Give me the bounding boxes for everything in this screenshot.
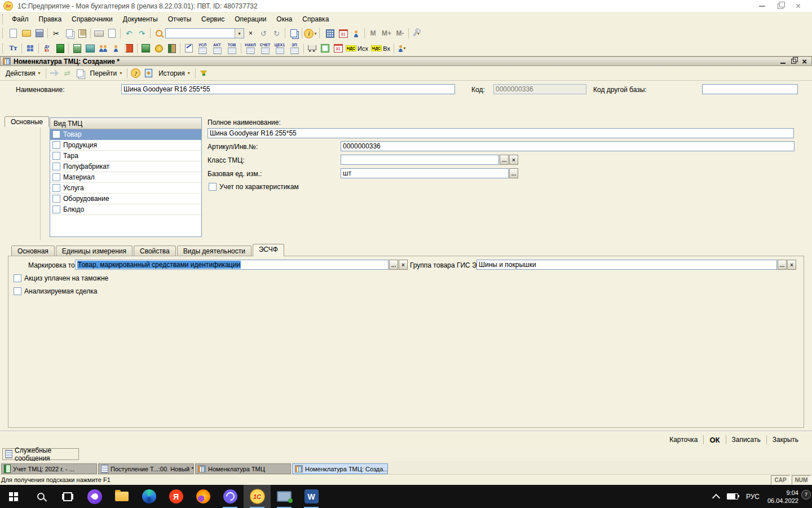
search-input[interactable] — [166, 29, 235, 38]
toolbar-grip[interactable] — [2, 28, 5, 38]
ceh1-document-button[interactable]: ЦЕХ1 — [272, 42, 287, 55]
list-item[interactable]: Блюдо — [50, 204, 201, 215]
code-other-input[interactable] — [702, 84, 798, 94]
remote-desktop-button[interactable] — [271, 485, 298, 508]
checkbox[interactable] — [52, 130, 60, 138]
usl-document-button[interactable]: УСЛ — [195, 42, 210, 55]
start-button[interactable] — [0, 485, 27, 508]
cart-button[interactable] — [306, 42, 319, 55]
gis-group-input[interactable]: Шины и покрышки — [476, 260, 777, 270]
regl-calendar-button[interactable]: 31 — [332, 42, 345, 55]
find-previous-button[interactable]: ↺ — [257, 27, 270, 40]
calendar-button[interactable]: 31 — [337, 27, 350, 40]
name-input[interactable] — [121, 84, 455, 94]
service-messages-tab[interactable]: Служебные сообщения — [2, 448, 79, 460]
firefox-button[interactable] — [189, 485, 217, 508]
edit-document-button[interactable] — [182, 42, 195, 55]
chart-accounts-button[interactable] — [54, 42, 67, 55]
memory-plus-button[interactable]: M+ — [379, 27, 394, 40]
restore-button[interactable] — [778, 3, 783, 9]
help-button[interactable]: ? — [129, 67, 142, 80]
class-input[interactable] — [341, 155, 499, 165]
close-form-button[interactable]: Закрыть — [767, 435, 804, 445]
excise-checkbox-row[interactable]: Акциз уплачен на таможне — [14, 274, 108, 282]
list-item[interactable]: Полуфабрикат — [50, 161, 201, 172]
toolbar-grip[interactable] — [2, 43, 5, 54]
unit-select-button[interactable]: ... — [509, 168, 518, 178]
schet-document-button[interactable]: СЧЕТ — [258, 42, 272, 55]
redo-button[interactable]: ↷ — [135, 27, 148, 40]
tab-osnovnye[interactable]: Основные — [5, 116, 49, 127]
full-name-input[interactable] — [208, 128, 794, 138]
copy-windows-button[interactable] — [287, 27, 300, 40]
menu-catalogs[interactable]: Справочники — [67, 14, 118, 25]
taskbar-search-button[interactable] — [27, 485, 54, 508]
open-button[interactable] — [20, 27, 33, 40]
class-clear-button[interactable]: × — [509, 155, 518, 165]
warehouse-button[interactable] — [165, 42, 178, 55]
edge-button[interactable] — [135, 485, 162, 508]
window-tab-postuplenie[interactable]: Поступление Т...:00. Новый * — [98, 463, 194, 474]
unit-input[interactable]: шт — [341, 168, 509, 178]
checkbox[interactable] — [52, 141, 60, 149]
settings-button[interactable]: ▾ — [411, 27, 423, 40]
tab-activities[interactable]: Виды деятельности — [177, 246, 251, 256]
minimize-button[interactable] — [759, 6, 765, 7]
undo-button[interactable]: ↶ — [122, 27, 135, 40]
card-button[interactable]: Карточка — [664, 435, 703, 445]
menu-operations[interactable]: Операции — [230, 14, 271, 25]
memory-minus-button[interactable]: M- — [394, 27, 407, 40]
window-tab-nomenklatura-create[interactable]: Номенклатура ТМЦ: Созда... — [292, 463, 388, 474]
list-item[interactable]: Продукция — [50, 140, 201, 151]
save-button[interactable] — [33, 27, 46, 40]
window-tab-uchet[interactable]: Учет ТМЦ: 2022 г. - ... — [1, 463, 97, 474]
menu-reports[interactable]: Отчеты — [163, 14, 196, 25]
debit-credit-button[interactable]: ДтКт — [41, 42, 54, 55]
info-button[interactable]: i▾ — [304, 27, 317, 40]
1c-taskbar-button[interactable]: 1С — [244, 485, 271, 508]
cut-button[interactable]: ✂ — [50, 27, 63, 40]
sku-input[interactable] — [341, 141, 795, 151]
tab-units[interactable]: Единицы измерения — [56, 246, 133, 256]
tov-document-button[interactable]: ТОВ — [224, 42, 239, 55]
find-next-button[interactable]: ↻ — [270, 27, 283, 40]
menu-service[interactable]: Сервис — [196, 14, 230, 25]
write-button[interactable]: Записать — [726, 435, 766, 445]
refresh-button[interactable]: ⇄ — [61, 67, 74, 80]
vat-out-button[interactable]: НДСИсх — [345, 42, 369, 55]
filter-output-button[interactable] — [197, 67, 210, 80]
list-item[interactable]: Материал — [50, 172, 201, 183]
tab-eschf[interactable]: ЭСЧФ — [253, 244, 284, 256]
tab-osnovnaya[interactable]: Основная — [11, 246, 55, 256]
child-restore-button[interactable] — [791, 59, 796, 64]
characteristics-checkbox-row[interactable]: Учет по характеристикам — [209, 183, 299, 191]
list-item[interactable]: Товар — [50, 129, 201, 140]
marking-input[interactable]: Товар, маркированный средствами идентифи… — [75, 260, 389, 270]
checkbox[interactable] — [209, 183, 217, 191]
vat-in-button[interactable]: НДСВх — [369, 42, 392, 55]
checkbox[interactable] — [52, 205, 60, 213]
alice-button[interactable] — [81, 485, 108, 508]
actions-menu-button[interactable]: Действия▾ — [2, 68, 44, 78]
history-icon-button[interactable] — [142, 67, 155, 80]
list-header[interactable]: Вид ТМЦ — [50, 118, 201, 129]
checkbox[interactable] — [14, 274, 21, 282]
analyzed-checkbox-row[interactable]: Анализируемая сделка — [14, 287, 98, 295]
print-preview-button[interactable] — [105, 27, 118, 40]
scales-button[interactable] — [83, 42, 96, 55]
money-button[interactable] — [152, 42, 165, 55]
list-item[interactable]: Оборудование — [50, 194, 201, 204]
ok-button[interactable]: ОК — [704, 435, 725, 445]
reread-button[interactable] — [48, 67, 61, 80]
akt-document-button[interactable]: АКТ — [210, 42, 224, 55]
menu-help[interactable]: Справка — [297, 14, 334, 25]
file-explorer-button[interactable] — [108, 485, 135, 508]
close-button[interactable]: × — [796, 3, 801, 9]
person-button[interactable] — [109, 42, 122, 55]
menu-file[interactable]: Файл — [7, 14, 34, 25]
employees-button[interactable] — [96, 42, 109, 55]
copy-button[interactable] — [63, 27, 76, 40]
gis-select-button[interactable]: ... — [778, 260, 787, 270]
calculator-button[interactable] — [324, 27, 337, 40]
new-document-button[interactable] — [7, 27, 20, 40]
